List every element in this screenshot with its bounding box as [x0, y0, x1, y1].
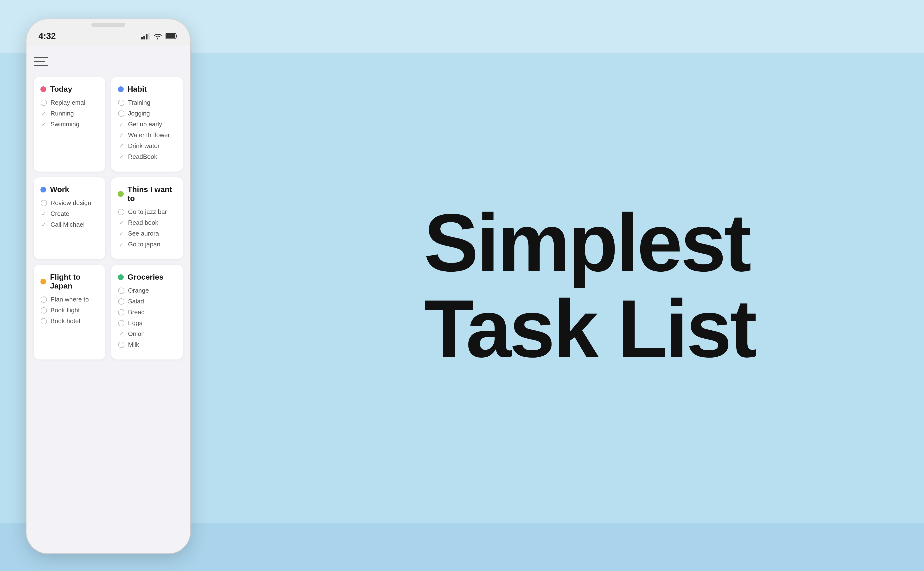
card-things-title: Thins I want to	[128, 185, 176, 203]
card-flight: Flight to Japan Plan where to Book fligh…	[34, 265, 105, 360]
task-checked-icon: ✓	[118, 330, 125, 337]
svg-rect-3	[148, 33, 150, 39]
task-item: ✓ See aurora	[118, 230, 176, 237]
notch-pill	[91, 23, 125, 27]
task-unchecked-icon	[118, 298, 125, 305]
card-today-header: Today	[40, 85, 99, 94]
task-label: Bread	[128, 309, 145, 316]
task-item: Bread	[118, 309, 176, 316]
card-work-title: Work	[50, 185, 69, 194]
task-label: Eggs	[128, 319, 142, 327]
svg-rect-1	[143, 35, 145, 39]
task-item: Orange	[118, 287, 176, 294]
battery-icon	[165, 33, 178, 39]
task-label: Book hotel	[51, 317, 80, 325]
task-unchecked-icon	[40, 307, 47, 314]
task-item: Plan where to	[40, 296, 99, 303]
task-item: Replay email	[40, 99, 99, 106]
task-label: Swimming	[51, 120, 79, 128]
hamburger-line-2	[34, 61, 45, 62]
task-label: Review design	[51, 199, 91, 207]
task-unchecked-icon	[40, 296, 47, 303]
task-item: Jogging	[118, 110, 176, 117]
task-unchecked-icon	[40, 99, 47, 106]
phone-wrapper: 4:32	[26, 19, 190, 553]
task-checked-icon: ✓	[40, 211, 47, 217]
dot-groceries	[118, 274, 124, 280]
card-work-header: Work	[40, 185, 99, 194]
task-label: Call Michael	[51, 221, 85, 228]
hamburger-line-1	[34, 57, 48, 58]
task-item: Go to jazz bar	[118, 208, 176, 216]
time-display: 4:32	[39, 31, 56, 41]
card-flight-title: Flight to Japan	[50, 273, 99, 290]
task-item: ✓ Call Michael	[40, 221, 99, 228]
wifi-icon	[154, 33, 162, 39]
card-groceries-title: Groceries	[128, 273, 164, 281]
task-label: Book flight	[51, 307, 80, 314]
svg-rect-2	[146, 34, 148, 39]
task-item: ✓ Go to japan	[118, 241, 176, 248]
task-label: Milk	[128, 341, 139, 349]
headline-section: Simplest Task List	[255, 0, 924, 571]
phone-device: 4:32	[26, 19, 190, 553]
task-item: ✓ Swimming	[40, 120, 99, 128]
task-item: Review design	[40, 199, 99, 207]
task-checked-icon: ✓	[118, 143, 125, 150]
task-checked-icon: ✓	[118, 241, 125, 248]
card-groceries: Groceries Orange Salad Bread	[111, 265, 183, 360]
task-item: ✓ Read book	[118, 219, 176, 227]
task-unchecked-icon	[118, 341, 125, 348]
svg-rect-0	[141, 37, 143, 39]
status-icons	[141, 33, 178, 39]
task-item: Eggs	[118, 319, 176, 327]
task-label: Plan where to	[51, 296, 89, 303]
task-unchecked-icon	[118, 208, 125, 215]
task-item: ✓ Running	[40, 110, 99, 117]
task-label: See aurora	[128, 230, 159, 237]
task-label: Replay email	[51, 99, 86, 106]
task-label: Go to jazz bar	[128, 208, 167, 216]
svg-rect-5	[166, 34, 176, 38]
dot-flight	[40, 279, 46, 284]
status-bar: 4:32	[26, 19, 190, 46]
task-item: Book flight	[40, 307, 99, 314]
task-unchecked-icon	[118, 99, 125, 106]
task-checked-icon: ✓	[40, 110, 47, 117]
card-today: Today Replay email ✓ Running ✓ Swimming	[34, 77, 105, 171]
task-checked-icon: ✓	[118, 121, 125, 128]
task-checked-icon: ✓	[118, 132, 125, 139]
task-item: ✓ Onion	[118, 330, 176, 338]
card-things: Thins I want to Go to jazz bar ✓ Read bo…	[111, 177, 183, 259]
task-checked-icon: ✓	[118, 154, 125, 160]
headline-line2: Task List	[424, 286, 755, 372]
task-unchecked-icon	[40, 318, 47, 325]
task-unchecked-icon	[40, 200, 47, 207]
task-label: ReadBook	[128, 153, 157, 160]
task-item: ✓ Water th flower	[118, 131, 176, 139]
cards-grid: Today Replay email ✓ Running ✓ Swimming	[34, 77, 183, 369]
headline-line1: Simplest	[424, 200, 755, 286]
card-habit: Habit Training Jogging ✓ Get up early	[111, 77, 183, 171]
task-label: Jogging	[128, 110, 150, 117]
task-item: ✓ Get up early	[118, 120, 176, 128]
task-unchecked-icon	[118, 309, 125, 316]
card-habit-header: Habit	[118, 85, 176, 94]
signal-icon	[141, 33, 150, 39]
task-label: Onion	[128, 330, 145, 338]
task-label: Get up early	[128, 120, 162, 128]
headline-text: Simplest Task List	[424, 200, 755, 372]
task-checked-icon: ✓	[40, 221, 47, 228]
dot-habit	[118, 86, 124, 92]
task-item: Milk	[118, 341, 176, 349]
phone-screen: Today Replay email ✓ Running ✓ Swimming	[26, 46, 190, 553]
dot-things	[118, 191, 124, 197]
card-things-header: Thins I want to	[118, 185, 176, 203]
task-label: Training	[128, 99, 150, 106]
task-item: ✓ ReadBook	[118, 153, 176, 160]
task-label: Create	[51, 210, 69, 218]
task-item: Training	[118, 99, 176, 106]
task-label: Go to japan	[128, 241, 160, 248]
hamburger-menu[interactable]	[34, 53, 51, 70]
task-label: Salad	[128, 298, 144, 305]
